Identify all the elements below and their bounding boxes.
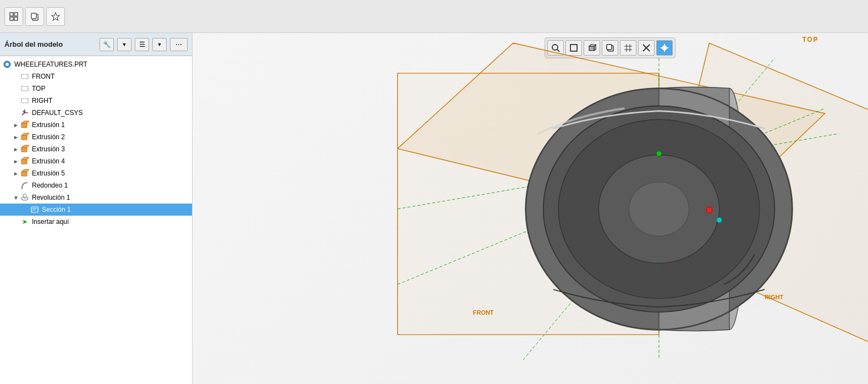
svg-rect-2 xyxy=(10,17,13,20)
tree-item-ext2[interactable]: ► Extrusión 2 xyxy=(0,131,192,143)
expand-front xyxy=(12,73,20,80)
tree-item-csys[interactable]: ✱ DEFAULT_CSYS xyxy=(0,107,192,119)
tool-dropdown[interactable]: ▼ xyxy=(117,38,131,51)
csys-icon: ✱ xyxy=(20,108,30,118)
tree-label-insert: Insertar aquí xyxy=(32,218,69,226)
more-btn[interactable]: ⋯ xyxy=(170,38,188,51)
extrude1-icon xyxy=(20,120,30,130)
svg-rect-22 xyxy=(21,160,27,164)
plane-right-icon xyxy=(20,96,30,106)
expand-right xyxy=(12,97,20,105)
svg-marker-21 xyxy=(21,145,29,147)
svg-rect-24 xyxy=(21,172,27,176)
tree-item-rev1[interactable]: ▼ Revolución 1 xyxy=(0,191,192,204)
grid-toggle-btn[interactable] xyxy=(4,7,23,26)
tree-label-ext5: Extrusión 5 xyxy=(32,169,65,177)
expand-ext3[interactable]: ► xyxy=(12,145,20,153)
tree-label-top: TOP xyxy=(32,85,45,92)
svg-rect-9 xyxy=(21,74,28,79)
tree-label-round1: Redondeo 1 xyxy=(32,182,68,189)
revolve1-icon xyxy=(20,193,30,202)
svg-marker-6 xyxy=(52,13,59,20)
svg-marker-25 xyxy=(21,169,29,172)
plane-front-icon xyxy=(20,72,30,81)
tree-item-ext4[interactable]: ► Extrusión 4 xyxy=(0,155,192,167)
tree-item-ext1[interactable]: ► Extrusión 1 xyxy=(0,119,192,131)
svg-point-26 xyxy=(21,187,23,189)
copy-btn[interactable] xyxy=(25,7,44,26)
expand-top xyxy=(12,85,20,92)
expand-ext5[interactable]: ► xyxy=(12,169,20,177)
list-btn[interactable]: ☰ xyxy=(135,38,149,51)
svg-rect-28 xyxy=(31,207,38,212)
svg-marker-19 xyxy=(21,133,29,135)
sketch-icon xyxy=(30,205,40,215)
svg-text:TOP: TOP xyxy=(802,36,818,43)
tree-item-round1[interactable]: Redondeo 1 xyxy=(0,179,192,191)
tree-label-csys: DEFAULT_CSYS xyxy=(32,109,83,117)
tree-label-ext1: Extrusión 1 xyxy=(32,121,65,129)
top-toolbar xyxy=(0,0,868,33)
main-area: Árbol del modelo 🔧 ▼ ☰ ▼ ⋯ WHEELFEATURES… xyxy=(0,33,868,384)
expand-ext2[interactable]: ► xyxy=(12,133,20,141)
svg-rect-16 xyxy=(21,123,27,128)
svg-text:✱: ✱ xyxy=(23,110,25,113)
svg-rect-10 xyxy=(21,86,28,91)
tree-content: WHEELFEATURES.PRT FRONT xyxy=(0,56,192,384)
viewport[interactable]: TOP FRONT RIGHT DEFAULT_CSYS xyxy=(193,33,868,384)
extrude5-icon xyxy=(20,168,30,178)
svg-rect-0 xyxy=(10,13,13,16)
tree-item-insert[interactable]: ➤ Insertar aquí xyxy=(0,216,192,228)
svg-point-67 xyxy=(629,182,689,237)
svg-rect-18 xyxy=(21,135,27,140)
tree-label-ext3: Extrusión 3 xyxy=(32,145,65,153)
list-dropdown[interactable]: ▼ xyxy=(152,38,167,51)
svg-rect-5 xyxy=(31,13,36,19)
grid-icon xyxy=(9,12,18,21)
svg-text:RIGHT: RIGHT xyxy=(765,294,783,300)
tree-item-sec1[interactable]: Sección 1 xyxy=(0,204,192,216)
expand-ext4[interactable]: ► xyxy=(12,157,20,165)
svg-rect-20 xyxy=(21,147,27,152)
plane-top-icon xyxy=(20,84,30,94)
tree-item-ext5[interactable]: ► Extrusión 5 xyxy=(0,167,192,179)
tree-item-root[interactable]: WHEELFEATURES.PRT xyxy=(0,58,192,70)
svg-rect-1 xyxy=(14,13,18,16)
insert-arrow-icon: ➤ xyxy=(20,217,30,227)
expand-csys xyxy=(12,109,20,117)
panel-title: Árbol del modelo xyxy=(4,40,96,48)
3d-scene-svg: TOP FRONT RIGHT DEFAULT_CSYS xyxy=(193,33,868,384)
svg-point-69 xyxy=(706,207,712,213)
copy-icon xyxy=(30,12,39,21)
tree-item-top[interactable]: TOP xyxy=(0,83,192,95)
expand-rev1[interactable]: ▼ xyxy=(12,194,20,201)
tree-label-front: FRONT xyxy=(32,73,54,80)
svg-text:FRONT: FRONT xyxy=(473,309,494,316)
svg-point-68 xyxy=(656,151,661,156)
expand-ext1[interactable]: ► xyxy=(12,121,20,129)
expand-sec1 xyxy=(22,206,30,213)
svg-marker-23 xyxy=(21,157,29,160)
star-icon xyxy=(51,12,60,21)
tree-label-ext2: Extrusión 2 xyxy=(32,133,65,141)
panel-header: Árbol del modelo 🔧 ▼ ☰ ▼ ⋯ xyxy=(0,33,192,56)
svg-text:↓: ↓ xyxy=(656,265,659,271)
svg-marker-17 xyxy=(21,121,29,123)
tree-label-right: RIGHT xyxy=(32,97,52,105)
tree-label-sec1: Sección 1 xyxy=(42,206,71,213)
extrude4-icon xyxy=(20,156,30,166)
tree-label-root: WHEELFEATURES.PRT xyxy=(14,61,87,68)
tree-label-ext4: Extrusión 4 xyxy=(32,157,65,165)
extrude2-icon xyxy=(20,132,30,142)
svg-rect-3 xyxy=(14,17,18,20)
tree-item-right[interactable]: RIGHT xyxy=(0,95,192,107)
tree-item-front[interactable]: FRONT xyxy=(0,70,192,83)
tree-item-ext3[interactable]: ► Extrusión 3 xyxy=(0,143,192,155)
tree-label-rev1: Revolución 1 xyxy=(32,194,70,201)
left-panel: Árbol del modelo 🔧 ▼ ☰ ▼ ⋯ WHEELFEATURES… xyxy=(0,33,193,384)
tool-btn[interactable]: 🔧 xyxy=(100,38,114,51)
expand-round1 xyxy=(12,182,20,189)
part-icon xyxy=(2,59,12,69)
star-btn[interactable] xyxy=(46,7,65,26)
svg-point-70 xyxy=(717,217,722,222)
